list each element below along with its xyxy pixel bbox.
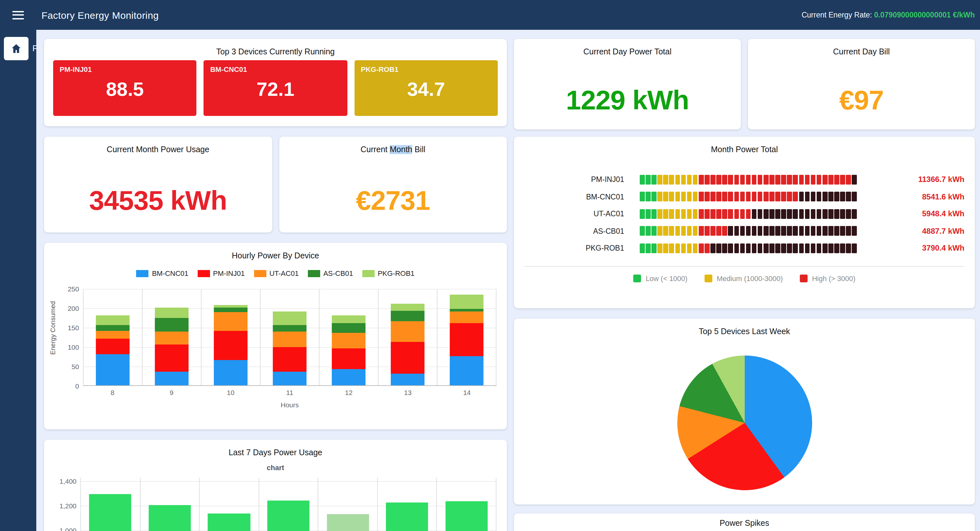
y-tick-label: 100 — [56, 343, 79, 351]
segment-off — [764, 209, 768, 219]
card-top5-devices-last-week: Top 5 Devices Last Week — [514, 319, 975, 504]
card-title: Month Power Total — [524, 136, 964, 154]
segment-off — [846, 192, 851, 202]
x-tick-label: 12 — [319, 388, 378, 396]
segment-off — [852, 192, 857, 202]
segment-off — [799, 226, 804, 236]
legend-item: High (> 3000) — [800, 274, 856, 282]
card-title: Power Spikes — [514, 514, 975, 528]
segment-off — [846, 244, 851, 253]
segment-off — [822, 209, 827, 219]
segment-red — [793, 192, 798, 202]
segment-off — [828, 244, 833, 253]
day-bill-value: €97 — [748, 85, 975, 116]
legend-swatch — [254, 270, 266, 277]
segment-yellow — [669, 192, 674, 202]
segment-off — [834, 209, 839, 219]
bar-segment-pkg-rob1 — [214, 305, 248, 308]
segment-red — [769, 192, 774, 202]
bar-segment-as-cb01 — [155, 318, 189, 331]
segment-off — [822, 244, 827, 253]
segment-red — [817, 175, 821, 185]
card-title: Current Month Power Usage — [44, 136, 272, 154]
segment-off — [758, 244, 762, 253]
bar-segment-as-cb01 — [214, 308, 248, 312]
x-tick-label: 8 — [83, 388, 142, 396]
segment-red — [752, 192, 757, 202]
segment-off — [781, 209, 786, 219]
device-kwh-value: 4887.7 kWh — [922, 227, 964, 236]
legend-item: PM-INJ01 — [197, 269, 245, 277]
hourly-chart: 050100150200250 — [83, 289, 496, 386]
stacked-bar — [155, 308, 189, 385]
segment-off — [793, 226, 798, 236]
bar — [208, 514, 250, 531]
bar-segment-pkg-rob1 — [391, 304, 425, 311]
top3-boxes: PM-INJ0188.5BM-CNC0172.1PKG-ROB134.7 — [44, 56, 507, 116]
legend-swatch — [800, 274, 808, 282]
energy-rate-unit: €/kWh — [953, 11, 975, 19]
segment-yellow — [693, 244, 698, 253]
bar-segment-pkg-rob1 — [96, 315, 130, 325]
top-navbar: Factory Energy Monitoring Current Energy… — [0, 0, 980, 30]
segment-red — [752, 175, 757, 185]
segment-yellow — [669, 209, 674, 219]
legend-label: PKG-ROB1 — [377, 269, 415, 277]
card-day-bill: Current Day Bill €97 — [748, 39, 975, 130]
segment-yellow — [687, 244, 692, 253]
bar-segment-bm-cnc01 — [155, 372, 189, 385]
stacked-bar — [391, 304, 425, 385]
segment-off — [769, 244, 774, 253]
segment-red — [810, 175, 815, 185]
sidebar-item-home[interactable] — [4, 37, 29, 60]
week-chart: 1,4001,2001,000 — [80, 478, 496, 531]
segment-red — [781, 192, 786, 202]
segment-off — [822, 226, 827, 236]
segment-green — [646, 244, 651, 253]
month-total-row: BM-CNC018541.6 kWh — [524, 188, 964, 205]
device-label: AS-CB01 — [524, 227, 640, 235]
segment-red — [846, 175, 851, 185]
segment-green — [640, 209, 644, 219]
bar-segment-bm-cnc01 — [450, 356, 484, 385]
segment-red — [722, 226, 727, 236]
segment-off — [805, 209, 810, 219]
segment-bar — [640, 175, 857, 185]
bar — [89, 494, 131, 531]
legend-item: AS-CB01 — [308, 269, 353, 277]
category-column — [378, 289, 437, 385]
bar-segment-pm-inj01 — [450, 323, 484, 356]
category-column — [83, 289, 142, 385]
month-stats-row: Current Month Power Usage 34535 kWh Curr… — [44, 136, 507, 233]
segment-off — [740, 226, 745, 236]
segment-off — [817, 209, 821, 219]
segment-red — [758, 175, 762, 185]
segment-off — [764, 244, 768, 253]
segment-red — [710, 209, 715, 219]
legend-item: PKG-ROB1 — [362, 269, 415, 277]
segment-off — [775, 226, 780, 236]
card-month-power-total: Month Power Total PM-INJ0111366.7 kWhBM-… — [514, 136, 975, 308]
y-tick-label: 1,400 — [53, 477, 76, 485]
segment-off — [828, 226, 833, 236]
segment-red — [699, 192, 703, 202]
card-title: Last 7 Days Power Usage — [44, 440, 507, 457]
legend-label: PM-INJ01 — [213, 269, 245, 277]
right-column: Current Day Power Total 1229 kWh Current… — [514, 39, 975, 531]
legend-label: High (> 3000) — [812, 274, 856, 282]
segment-green — [646, 192, 651, 202]
bar-segment-as-cb01 — [450, 309, 484, 311]
bar-segment-ut-ac01 — [155, 331, 189, 344]
month-total-row: PKG-ROB13790.4 kWh — [524, 239, 964, 257]
bar-segment-as-cb01 — [96, 325, 130, 331]
segment-bar — [640, 244, 857, 253]
segment-off — [810, 209, 815, 219]
segment-off — [764, 226, 768, 236]
segment-yellow — [681, 209, 686, 219]
segment-off — [828, 192, 833, 202]
segment-bar — [640, 192, 857, 202]
menu-button[interactable] — [9, 8, 27, 22]
segment-off — [840, 192, 845, 202]
segment-yellow — [669, 244, 674, 253]
device-label: BM-CNC01 — [524, 193, 640, 201]
